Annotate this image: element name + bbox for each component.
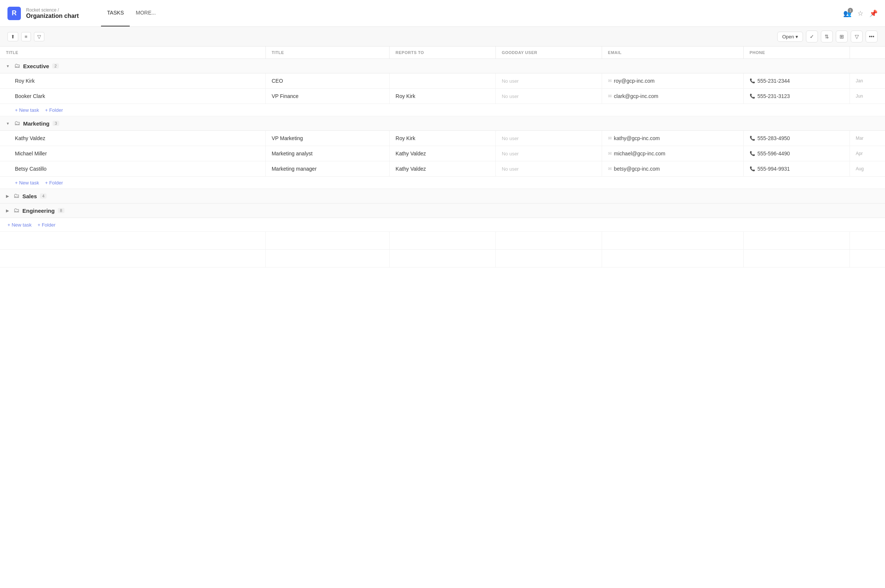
row-goodday-user: No user: [496, 88, 602, 104]
row-extra: Mar: [850, 131, 885, 146]
email-icon: ✉: [608, 166, 612, 171]
funnel-icon: ▽: [37, 34, 41, 39]
users-icon[interactable]: 👥 1: [843, 9, 852, 18]
row-reports-to: Kathy Valdez: [389, 161, 496, 177]
group-count: 4: [40, 194, 47, 199]
phone-icon: 📞: [750, 151, 755, 156]
row-reports-to: Roy Kirk: [389, 88, 496, 104]
row-title: Marketing manager: [266, 161, 389, 177]
star-icon[interactable]: ☆: [857, 9, 863, 18]
row-name: Roy Kirk: [0, 74, 266, 88]
col-title2: TITLE: [266, 46, 389, 59]
main-nav: TASKS MORE...: [101, 0, 162, 27]
row-name: Booker Clark: [0, 88, 266, 104]
table-row[interactable]: Kathy Valdez VP Marketing Roy Kirk No us…: [0, 131, 885, 146]
filter2-icon[interactable]: ▽: [851, 30, 862, 42]
filter-button[interactable]: ≡: [21, 32, 31, 41]
row-reports-to: Kathy Valdez: [389, 146, 496, 161]
col-goodday-user: GOODDAY USER: [496, 46, 602, 59]
row-title: VP Marketing: [266, 131, 389, 146]
action-link[interactable]: + New task: [15, 107, 39, 113]
row-email: ✉ clark@gcp-inc.com: [602, 88, 743, 104]
col-phone: PHONE: [743, 46, 850, 59]
action-link[interactable]: + New task: [15, 180, 39, 186]
phone-icon: 📞: [750, 136, 755, 141]
col-email: EMAIL: [602, 46, 743, 59]
app-logo: R: [8, 7, 21, 20]
upload-button[interactable]: ⬆: [8, 32, 18, 41]
sort-icon[interactable]: ⇅: [821, 30, 833, 42]
group-row: ▶ 🗂 Engineering 8: [0, 204, 885, 218]
folder-icon: 🗂: [14, 63, 20, 69]
row-phone: 📞 555-231-3123: [743, 88, 850, 104]
phone-icon: 📞: [750, 93, 755, 99]
action-row: + New task+ Folder: [0, 177, 885, 189]
more-icon[interactable]: •••: [865, 30, 877, 42]
toolbar-right: Open ▾ ✓ ⇅ ⊞ ▽ •••: [777, 30, 877, 42]
table-row[interactable]: Booker Clark VP Finance Roy Kirk No user…: [0, 88, 885, 104]
columns-icon[interactable]: ⊞: [836, 30, 848, 42]
row-extra: Apr: [850, 146, 885, 161]
row-extra: Jun: [850, 88, 885, 104]
row-phone: 📞 555-283-4950: [743, 131, 850, 146]
nav-more[interactable]: MORE...: [130, 0, 162, 27]
row-phone: 📞 555-994-9931: [743, 161, 850, 177]
group-name: Marketing: [23, 120, 50, 127]
email-icon: ✉: [608, 78, 612, 84]
nav-tasks[interactable]: TASKS: [101, 0, 130, 27]
check-icon[interactable]: ✓: [806, 30, 818, 42]
phone-icon: 📞: [750, 78, 755, 84]
action-link[interactable]: + Folder: [45, 180, 63, 186]
row-reports-to: Roy Kirk: [389, 131, 496, 146]
toolbar: ⬆ ≡ ▽ Open ▾ ✓ ⇅ ⊞ ▽ •••: [0, 27, 885, 46]
row-email: ✉ roy@gcp-inc.com: [602, 74, 743, 88]
logo-letter: R: [12, 9, 17, 17]
breadcrumb: Rocket science / Organization chart: [26, 8, 79, 20]
row-goodday-user: No user: [496, 146, 602, 161]
chevron-icon[interactable]: ▶: [6, 194, 9, 198]
action-link[interactable]: + Folder: [45, 107, 63, 113]
chevron-icon[interactable]: ▼: [6, 64, 10, 68]
chevron-icon[interactable]: ▼: [6, 122, 10, 126]
group-count: 8: [58, 208, 65, 213]
phone-icon: 📞: [750, 166, 755, 171]
email-icon: ✉: [608, 93, 612, 99]
empty-row: [0, 250, 885, 267]
row-goodday-user: No user: [496, 161, 602, 177]
table-row[interactable]: Betsy Castillo Marketing manager Kathy V…: [0, 161, 885, 177]
chevron-icon[interactable]: ▶: [6, 208, 9, 213]
row-title: CEO: [266, 74, 389, 88]
email-icon: ✉: [608, 151, 612, 156]
breadcrumb-parent: Rocket science /: [26, 8, 79, 13]
table-row[interactable]: Michael Miller Marketing analyst Kathy V…: [0, 146, 885, 161]
upload-icon: ⬆: [11, 34, 15, 39]
pin-icon[interactable]: 📌: [869, 9, 877, 18]
funnel-button[interactable]: ▽: [34, 32, 44, 41]
chevron-down-icon: ▾: [796, 34, 798, 39]
action-row: + New task+ Folder: [0, 104, 885, 116]
row-phone: 📞 555-596-4490: [743, 146, 850, 161]
folder-icon: 🗂: [14, 120, 20, 127]
bottom-action-link[interactable]: + Folder: [38, 222, 56, 228]
row-email: ✉ kathy@gcp-inc.com: [602, 131, 743, 146]
folder-icon: 🗂: [14, 207, 20, 214]
row-extra: Aug: [850, 161, 885, 177]
page-title: Organization chart: [26, 13, 79, 20]
group-name: Sales: [23, 193, 37, 200]
open-dropdown[interactable]: Open ▾: [777, 32, 803, 42]
col-extra: [850, 46, 885, 59]
row-goodday-user: No user: [496, 74, 602, 88]
row-name: Betsy Castillo: [0, 161, 266, 177]
bottom-action-link[interactable]: + New task: [8, 222, 32, 228]
lines-icon: ≡: [25, 34, 28, 39]
group-count: 3: [53, 121, 59, 126]
group-row: ▶ 🗂 Sales 4: [0, 189, 885, 204]
group-name: Engineering: [23, 207, 55, 214]
group-row: ▼ 🗂 Executive 2: [0, 59, 885, 74]
table-row[interactable]: Roy Kirk CEO No user ✉ roy@gcp-inc.com 📞…: [0, 74, 885, 88]
email-icon: ✉: [608, 136, 612, 141]
row-reports-to: [389, 74, 496, 88]
row-name: Kathy Valdez: [0, 131, 266, 146]
row-name: Michael Miller: [0, 146, 266, 161]
row-email: ✉ betsy@gcp-inc.com: [602, 161, 743, 177]
